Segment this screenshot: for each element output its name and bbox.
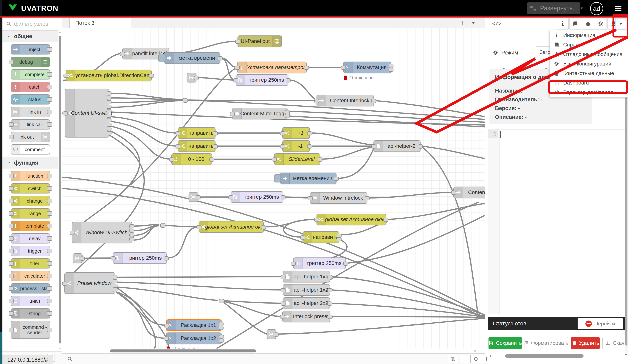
input-port[interactable] [291, 262, 296, 266]
output-port[interactable] [213, 144, 218, 148]
output-port[interactable] [107, 114, 111, 118]
output-port[interactable] [365, 196, 370, 200]
output-port[interactable] [129, 237, 134, 241]
save-button[interactable]: Сохранить [488, 337, 522, 349]
flow-node-UI-Panel-out[interactable]: UI-Panel out [237, 35, 282, 47]
output-port[interactable] [328, 315, 333, 319]
input-port[interactable] [314, 218, 319, 222]
output-port[interactable] [383, 218, 388, 222]
sidebar-tab-gear-button[interactable] [595, 18, 607, 29]
flow-node-установить-global-DirectionCam[interactable]: установить global.DirectionCam [66, 70, 152, 81]
output-port[interactable] [371, 99, 376, 103]
input-port[interactable] [70, 231, 75, 235]
sidebar-menu-button[interactable] [615, 18, 626, 29]
sidebar-tab-bug-button[interactable] [582, 18, 594, 29]
input-port[interactable] [175, 131, 180, 135]
palette-node-filter[interactable]: ʃfilter [11, 258, 50, 268]
palette-node-template[interactable]: {template [11, 221, 50, 231]
node-port[interactable] [47, 274, 52, 278]
output-port[interactable] [286, 78, 291, 82]
wire-junction[interactable] [183, 98, 188, 103]
avatar[interactable]: ad [590, 2, 603, 15]
wire-junction[interactable] [160, 223, 165, 228]
palette-node-delay[interactable]: delay [11, 233, 50, 243]
node-port[interactable] [8, 186, 14, 191]
flow-node-global-set-Активное-окно[interactable]: global set Активное окно [316, 214, 386, 225]
deploy-caret-icon[interactable] [579, 6, 584, 11]
output-port[interactable] [281, 195, 286, 199]
flow-node-api-helper-1x2[interactable]: api -helper 1x2 [283, 284, 330, 296]
menu-item-Контекстные-данные[interactable]: Контекстные данные [550, 68, 628, 78]
node-port[interactable] [47, 224, 52, 228]
output-port[interactable] [129, 224, 134, 228]
output-port[interactable] [285, 114, 290, 118]
output-port[interactable] [327, 288, 332, 292]
scroll-down-icon[interactable] [59, 348, 62, 351]
sidebar-tab-book-button[interactable] [569, 18, 581, 29]
output-port[interactable] [149, 74, 154, 78]
node-port[interactable] [8, 328, 14, 332]
palette-node-link-out[interactable]: link out [11, 132, 50, 142]
output-port[interactable] [107, 96, 111, 100]
scroll-down-icon[interactable] [624, 353, 628, 357]
menu-item-Dashboard[interactable]: Dashboard [550, 78, 628, 87]
input-port[interactable] [175, 144, 180, 148]
output-port[interactable] [318, 157, 322, 162]
palette-node-function[interactable]: ƒfunction [11, 171, 50, 181]
output-port[interactable] [129, 229, 134, 233]
flow-node[interactable] [73, 253, 82, 263]
output-port[interactable] [107, 131, 111, 135]
output-port[interactable] [194, 76, 199, 80]
node-port[interactable] [8, 199, 14, 203]
inject-button[interactable] [274, 174, 281, 182]
flow-node-Window-Intrelock[interactable]: Window Intrelock [310, 192, 367, 204]
output-port[interactable] [307, 144, 312, 148]
menu-item-Отладочные-сообщения[interactable]: Отладочные сообщения [550, 50, 628, 59]
palette-node-trigger[interactable]: trigger [11, 246, 50, 256]
output-port[interactable] [107, 109, 111, 113]
flow-node-Content-Interlock[interactable]: Content Interlock [316, 95, 374, 106]
flow-node-триггер-250ms[interactable]: триггер 250ms [231, 191, 283, 203]
input-port[interactable] [64, 74, 68, 78]
input-port[interactable] [164, 337, 169, 341]
palette-search-input[interactable]: фильтр узлов [2, 17, 62, 30]
output-port[interactable] [213, 131, 218, 135]
output-port[interactable] [219, 338, 224, 343]
node-port[interactable] [47, 261, 52, 266]
node-port[interactable] [8, 60, 14, 64]
node-port[interactable] [8, 274, 14, 278]
flow-node-метка-времени[interactable]: метка времени1 [280, 173, 336, 184]
output-port[interactable] [334, 177, 339, 181]
add-flow-icon[interactable] [459, 20, 465, 26]
palette-section-общие[interactable]: общие [2, 30, 59, 42]
scroll-left-icon[interactable] [488, 354, 492, 358]
output-port[interactable] [274, 332, 279, 337]
output-port[interactable] [218, 56, 223, 61]
sidebar-horizontal-scrollbar[interactable] [488, 354, 626, 359]
output-port[interactable] [113, 284, 117, 288]
flow-node-Раскладка-1x2[interactable]: >_Раскладка 1x2 [166, 332, 222, 344]
output-port[interactable] [389, 64, 393, 68]
palette-node-debug[interactable]: debug [11, 57, 50, 67]
scroll-up-icon[interactable] [59, 31, 62, 34]
input-port[interactable] [280, 144, 285, 148]
palette-node-switch[interactable]: switch [11, 183, 50, 193]
palette-node-цикл[interactable]: цикл [11, 296, 50, 306]
menu-item-Узлы-конфигураций[interactable]: Узлы конфигураций [550, 59, 628, 68]
output-port[interactable] [196, 195, 201, 199]
output-port[interactable] [113, 275, 117, 279]
flow-node-триггер-250ms[interactable]: триггер 250ms [293, 257, 346, 269]
flow-node-Content-Mute-Toggle[interactable]: Content Mute Toggle [232, 108, 288, 120]
input-port[interactable] [280, 131, 285, 135]
inject-button[interactable] [158, 54, 165, 62]
output-port[interactable] [327, 302, 332, 305]
node-port[interactable] [47, 199, 52, 203]
node-port[interactable] [8, 135, 14, 139]
input-port[interactable] [164, 324, 169, 328]
output-port[interactable] [343, 262, 348, 266]
wire-junction[interactable] [219, 299, 224, 303]
node-port[interactable] [47, 72, 52, 77]
input-port[interactable] [120, 52, 125, 56]
output-port[interactable] [164, 256, 169, 260]
output-port[interactable] [307, 131, 312, 135]
